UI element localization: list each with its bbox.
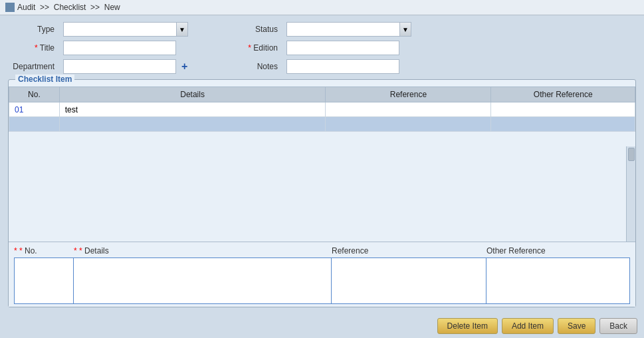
checklist-legend: Checklist Item	[15, 75, 74, 84]
type-input[interactable]: Audit	[63, 22, 176, 37]
bottom-details-input[interactable]	[74, 257, 332, 304]
chevron-down-icon: ▼	[402, 26, 409, 33]
checklist-section: Checklist Item No. Details Referen	[8, 79, 636, 307]
bottom-inputs	[14, 257, 630, 304]
footer-buttons: Delete Item Add Item Save Back	[0, 314, 644, 338]
title-input[interactable]: CK 001	[63, 41, 176, 55]
table-row[interactable]	[9, 117, 635, 132]
bottom-reference-input[interactable]	[332, 257, 486, 304]
content-area: Type Audit ▼ * Title CK 001 Department	[0, 15, 644, 314]
page-icon	[5, 3, 15, 12]
type-row: Type Audit ▼	[8, 22, 188, 37]
bottom-no-input[interactable]	[14, 257, 74, 304]
save-button[interactable]: Save	[558, 318, 595, 334]
col-header-no: No.	[9, 87, 60, 102]
type-select-wrapper: Audit ▼	[63, 22, 188, 37]
row-reference	[326, 102, 491, 117]
status-dropdown-btn[interactable]: ▼	[399, 22, 411, 37]
add-item-button[interactable]: Add Item	[502, 318, 554, 334]
back-button[interactable]: Back	[599, 318, 637, 334]
edition-input[interactable]: 8.0	[286, 41, 399, 55]
notes-row: Notes	[241, 59, 411, 74]
edition-row: * Edition 8.0	[241, 41, 411, 55]
bottom-form-area: * No. * Details Reference Other Referenc…	[9, 242, 635, 307]
row-no	[9, 117, 60, 132]
col-header-other: Other Reference	[491, 87, 635, 102]
status-row: Status Active ▼	[241, 22, 411, 37]
table-area: No. Details Reference Other Reference 01…	[9, 86, 635, 307]
status-label: Status	[241, 22, 281, 37]
table-row	[9, 132, 635, 146]
table-header-row: No. Details Reference Other Reference	[9, 87, 635, 102]
bottom-other-label: Other Reference	[486, 246, 630, 255]
department-label: Department	[8, 59, 58, 74]
department-row: Department +	[8, 59, 188, 74]
row-reference	[326, 117, 491, 132]
form-top-row: Type Audit ▼ * Title CK 001 Department	[8, 22, 636, 75]
edition-label: * Edition	[241, 41, 281, 55]
row-details	[59, 117, 326, 132]
type-label: Type	[8, 22, 58, 37]
department-input[interactable]	[63, 59, 176, 74]
col-header-details: Details	[59, 87, 326, 102]
main-container: Audit >> Checklist >> New Type Audit ▼	[0, 0, 644, 338]
notes-label: Notes	[241, 59, 281, 74]
bottom-reference-label: Reference	[332, 246, 486, 255]
breadcrumb: Audit >> Checklist >> New	[17, 3, 120, 12]
row-no: 01	[9, 102, 60, 117]
status-input[interactable]: Active	[286, 22, 399, 37]
row-other	[491, 117, 635, 132]
bottom-form-labels: * No. * Details Reference Other Referenc…	[14, 246, 630, 255]
breadcrumb-bar: Audit >> Checklist >> New	[0, 0, 644, 15]
add-department-btn[interactable]: +	[181, 61, 187, 72]
bottom-details-label: * Details	[74, 246, 332, 255]
bottom-no-label: * No.	[14, 246, 74, 255]
checklist-table: No. Details Reference Other Reference 01…	[9, 86, 635, 146]
title-label: * Title	[8, 41, 58, 55]
title-row: * Title CK 001	[8, 41, 188, 55]
type-dropdown-btn[interactable]: ▼	[176, 22, 188, 37]
table-row[interactable]: 01 test	[9, 102, 635, 117]
bottom-other-input[interactable]	[486, 257, 630, 304]
form-left: Type Audit ▼ * Title CK 001 Department	[8, 22, 188, 75]
delete-item-button[interactable]: Delete Item	[437, 318, 498, 334]
row-details: test	[59, 102, 326, 117]
notes-input[interactable]	[286, 59, 399, 74]
chevron-down-icon: ▼	[179, 26, 185, 33]
status-select-wrapper: Active ▼	[286, 22, 411, 37]
row-other	[491, 102, 635, 117]
form-right: Status Active ▼ * Edition 8.0 Notes	[241, 22, 411, 75]
col-header-reference: Reference	[326, 87, 491, 102]
